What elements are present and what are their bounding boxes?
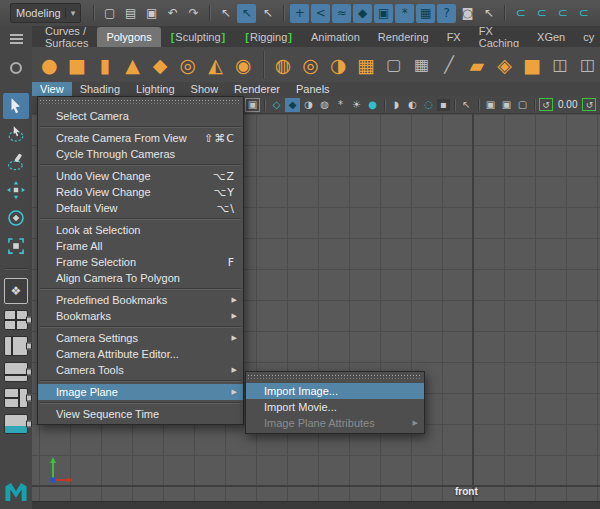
graph-editor-layout-button[interactable] — [4, 414, 28, 434]
menu-item-camera-tools[interactable]: Camera Tools▶ — [38, 362, 243, 378]
panel-menu-renderer[interactable]: Renderer — [226, 82, 288, 96]
sync-display-icon[interactable]: ↺ — [582, 98, 596, 111]
highlight-selection-icon[interactable]: ↖ — [479, 4, 498, 23]
menu-item-align-camera-to-polygon[interactable]: Align Camera To Polygon — [38, 270, 243, 286]
rotate-tool[interactable] — [3, 205, 29, 231]
snap-together-icon[interactable]: * — [395, 4, 414, 23]
menu-tearoff[interactable] — [40, 98, 241, 106]
snap-to-grids-icon[interactable]: + — [290, 4, 309, 23]
panel-layout-split-icon[interactable]: ▣ — [499, 98, 514, 112]
symmetry-icon[interactable]: ◫ — [575, 52, 600, 78]
tab-fx-caching[interactable]: FX Caching — [470, 26, 528, 47]
shelf-menu-icon[interactable] — [10, 32, 23, 46]
poly-pipe-icon[interactable]: ◉ — [231, 52, 256, 78]
menu-item-frame-selection[interactable]: Frame SelectionF — [38, 254, 243, 270]
select-by-object-icon[interactable]: ↖ — [237, 4, 256, 23]
combine-icon[interactable]: ▦ — [354, 52, 379, 78]
poly-sphere-icon[interactable]: ● — [37, 52, 62, 78]
smooth-icon[interactable]: ◍ — [271, 52, 296, 78]
lasso-tool[interactable] — [3, 121, 29, 147]
duplicate-icon[interactable]: ◈ — [492, 52, 517, 78]
menu-item-import-image[interactable]: Import Image... — [246, 383, 424, 399]
boolean-icon[interactable]: ■ — [520, 52, 545, 78]
menu-item-image-plane[interactable]: Image Plane▶ — [38, 384, 243, 400]
shelf-editor-gear-icon[interactable] — [10, 62, 22, 74]
help-line-icon[interactable]: ? — [437, 4, 456, 23]
redo-icon[interactable]: ↷ — [184, 4, 203, 23]
snap-align-2-icon[interactable]: ⊂ — [553, 4, 572, 23]
new-scene-icon[interactable]: ▢ — [100, 4, 119, 23]
tab-polygons[interactable]: Polygons — [97, 27, 160, 47]
extrude-icon[interactable]: ▰ — [465, 52, 490, 78]
tab-sculpting[interactable]: [ Sculpting ] — [161, 26, 236, 47]
persp-outliner-layout-button[interactable] — [4, 336, 28, 356]
isolate-select-icon[interactable]: ↖ — [459, 98, 474, 112]
menu-item-cycle-through-cameras[interactable]: Cycle Through Cameras — [38, 146, 243, 162]
panel-menu-panels[interactable]: Panels — [288, 82, 338, 96]
select-by-hierarchy-icon[interactable]: ↖ — [216, 4, 235, 23]
menu-item-camera-attribute-editor[interactable]: Camera Attribute Editor... — [38, 346, 243, 362]
menu-item-bookmarks[interactable]: Bookmarks▶ — [38, 308, 243, 324]
poly-torus-icon[interactable]: ◎ — [176, 52, 201, 78]
panel-menu-view[interactable]: View — [32, 82, 72, 96]
menu-item-look-at-selection[interactable]: Look at Selection — [38, 222, 243, 238]
snap-align-3-icon[interactable]: ⊂ — [574, 4, 593, 23]
menu-item-undo-view-change[interactable]: Undo View Change⌥Z — [38, 168, 243, 184]
menu-item-predefined-bookmarks[interactable]: Predefined Bookmarks▶ — [38, 292, 243, 308]
lock-selection-icon[interactable]: ◙ — [458, 4, 477, 23]
save-scene-icon[interactable]: ▣ — [142, 4, 161, 23]
wireframe-cube-icon[interactable]: ▢ — [381, 52, 406, 78]
menuset-selector[interactable]: Modeling ▾ — [10, 3, 81, 23]
snap-to-projected-center-icon[interactable]: ◆ — [353, 4, 372, 23]
paint-selection-tool[interactable] — [3, 149, 29, 175]
scale-tool[interactable] — [3, 233, 29, 259]
wireframe-icon[interactable]: ◇ — [269, 98, 284, 112]
mirror-icon[interactable]: ◫ — [548, 52, 573, 78]
move-tool[interactable] — [3, 177, 29, 203]
shadows-icon[interactable]: ● — [365, 98, 380, 112]
select-by-component-icon[interactable]: ↖ — [258, 4, 277, 23]
poly-cylinder-icon[interactable]: ▮ — [92, 52, 117, 78]
open-scene-icon[interactable]: ▤ — [121, 4, 140, 23]
poly-cube-icon[interactable]: ■ — [65, 52, 90, 78]
panel-layout-full-icon[interactable]: ▢ — [515, 98, 530, 112]
four-pane-layout-button[interactable] — [4, 310, 28, 330]
input-connections-icon[interactable]: ▦ — [416, 4, 435, 23]
construction-history-icon[interactable]: ⊂ — [511, 4, 530, 23]
textured-icon[interactable]: ◑ — [301, 98, 316, 112]
menu-item-view-sequence-time[interactable]: View Sequence Time — [38, 406, 243, 422]
tab-cy[interactable]: cy — [574, 26, 600, 47]
tab-rendering[interactable]: Rendering — [369, 26, 438, 47]
tab-rigging[interactable]: [ Rigging ] — [235, 26, 302, 47]
menu-item-default-view[interactable]: Default View⌥\ — [38, 200, 243, 216]
poly-cone-icon[interactable]: ▲ — [120, 52, 145, 78]
panel-menu-show[interactable]: Show — [183, 82, 227, 96]
camera-mask-icon[interactable]: ◗ — [389, 98, 404, 112]
snap-align-1-icon[interactable]: ⊂ — [532, 4, 551, 23]
snap-to-curves-icon[interactable]: < — [311, 4, 330, 23]
reduce-icon[interactable]: ◎ — [298, 52, 323, 78]
lighting-icon[interactable]: ☀ — [349, 98, 364, 112]
renderer-box-icon[interactable]: ▪ — [437, 99, 450, 111]
shaded-icon[interactable]: ◆ — [285, 98, 300, 112]
multi-cut-icon[interactable]: ╱ — [437, 52, 462, 78]
single-pane-layout-button[interactable] — [4, 278, 28, 304]
snap-align-4-icon[interactable]: ⊂ — [595, 4, 600, 23]
menu-item-create-camera-from-view[interactable]: Create Camera From View⇧⌘C — [38, 130, 243, 146]
refresh-rate-icon[interactable]: ↺ — [539, 98, 553, 111]
undo-icon[interactable]: ↶ — [163, 4, 182, 23]
panel-menu-lighting[interactable]: Lighting — [128, 82, 183, 96]
menu-item-redo-view-change[interactable]: Redo View Change⌥Y — [38, 184, 243, 200]
tab-animation[interactable]: Animation — [302, 26, 369, 47]
panel-menu-shading[interactable]: Shading — [72, 82, 128, 96]
tab-curves-surfaces[interactable]: Curves / Surfaces — [36, 26, 97, 47]
viewport-grid-icon[interactable]: ▣ — [245, 98, 260, 112]
menu-item-import-movie[interactable]: Import Movie... — [246, 399, 424, 415]
menu-item-select-camera[interactable]: Select Camera — [38, 108, 243, 124]
panel-layout-single-icon[interactable]: ▣ — [483, 98, 498, 112]
separate-icon[interactable]: ◑ — [326, 52, 351, 78]
menu-item-frame-all[interactable]: Frame All — [38, 238, 243, 254]
persp-graph-layout-button[interactable] — [4, 362, 28, 382]
menu-item-camera-settings[interactable]: Camera Settings▶ — [38, 330, 243, 346]
snap-to-points-icon[interactable]: ≈ — [332, 4, 351, 23]
